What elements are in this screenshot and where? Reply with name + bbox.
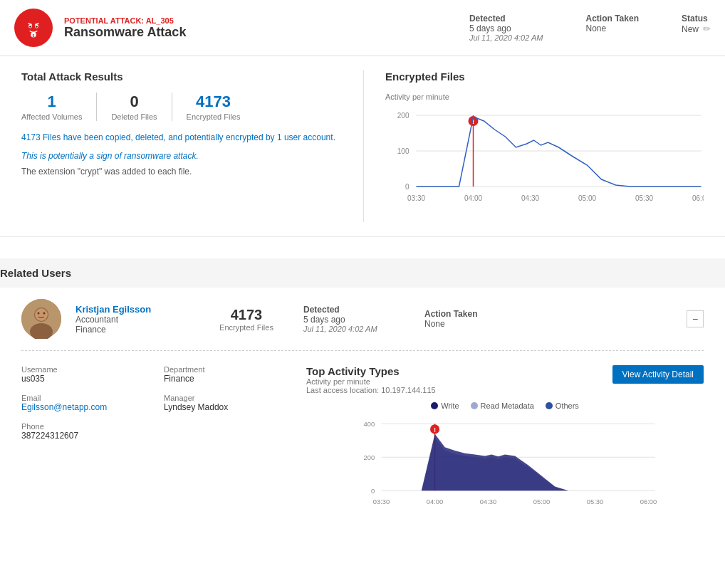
svg-text:06:00: 06:00 [640, 498, 657, 505]
deleted-files-stat: 0 Deleted Files [97, 93, 171, 121]
legend-write-label: Write [441, 401, 459, 410]
user-detail-col2: Department Finance Manager Lyndsey Maddo… [164, 365, 306, 524]
encrypted-files-chart-area: 200 100 0 03:30 04:00 04:30 05:00 05:30 … [385, 108, 704, 222]
email-label: Email [21, 394, 142, 402]
status-row: New ✏ [682, 23, 711, 34]
username-value: us035 [21, 374, 142, 384]
action-block: Action Taken None [586, 14, 639, 33]
detected-label: Detected [469, 14, 543, 23]
user-detail-panel: Username us035 Email Egilsson@netapp.com… [21, 351, 704, 538]
legend-read-label: Read Metadata [481, 401, 534, 410]
svg-text:0: 0 [371, 488, 375, 495]
user-action-label: Action Taken [424, 309, 531, 319]
activity-title-block: Top Activity Types Activity per minute L… [306, 365, 436, 394]
user-detected-date: Jul 11, 2020 4:02 AM [303, 325, 410, 333]
svg-text:03:30: 03:30 [407, 194, 425, 202]
edit-status-icon[interactable]: ✏ [703, 23, 711, 34]
user-detected-time: 5 days ago [303, 315, 410, 325]
affected-volumes-number: 1 [21, 93, 82, 111]
username-label: Username [21, 365, 142, 374]
attack-results-title: Total Attack Results [21, 70, 349, 83]
svg-text:05:30: 05:30 [587, 498, 603, 505]
header-meta: Detected 5 days ago Jul 11, 2020 4:02 AM… [469, 14, 711, 42]
stats-row: 1 Affected Volumes 0 Deleted Files 4173 … [21, 93, 349, 121]
status-value: New [682, 24, 699, 34]
user-detected-label: Detected [303, 305, 410, 315]
email-field: Email Egilsson@netapp.com [21, 394, 142, 412]
user-info: Kristjan Egilsson Accountant Finance [75, 304, 189, 335]
deleted-files-label: Deleted Files [111, 112, 157, 121]
svg-text:04:30: 04:30 [521, 194, 539, 202]
svg-text:04:30: 04:30 [480, 498, 496, 505]
phone-value: 387224312607 [21, 431, 142, 441]
legend-others-label: Others [556, 401, 579, 410]
user-action-block: Action Taken None [424, 309, 531, 329]
svg-point-27 [35, 308, 48, 321]
user-role: Accountant [75, 315, 189, 325]
user-action-value: None [424, 319, 531, 329]
manager-field: Manager Lyndsey Maddox [164, 394, 285, 412]
phone-field: Phone 387224312607 [21, 422, 142, 441]
svg-text:200: 200 [364, 454, 375, 461]
status-block: Status New ✏ [682, 14, 711, 34]
department-value: Finance [164, 374, 285, 384]
section-divider [0, 236, 725, 237]
attack-note: This is potentially a sign of ransomware… [21, 151, 349, 161]
main-content: Total Attack Results 1 Affected Volumes … [0, 56, 725, 258]
activity-chart-section: Top Activity Types Activity per minute L… [306, 365, 704, 524]
view-activity-button[interactable]: View Activity Detail [612, 365, 704, 384]
user-collapse-control: − [687, 310, 704, 327]
svg-text:06:00: 06:00 [692, 194, 704, 202]
legend-read-dot [471, 402, 478, 409]
affected-volumes-stat: 1 Affected Volumes [21, 93, 96, 121]
department-label: Department [164, 365, 285, 374]
svg-marker-46 [382, 434, 649, 490]
user-detected-block: Detected 5 days ago Jul 11, 2020 4:02 AM [303, 305, 410, 333]
username-field: Username us035 [21, 365, 142, 384]
attack-right: Encrypted Files Activity per minute 200 … [363, 70, 704, 222]
user-name[interactable]: Kristjan Egilsson [75, 304, 189, 315]
svg-text:200: 200 [397, 112, 410, 120]
department-field: Department Finance [164, 365, 285, 384]
collapse-button[interactable]: − [687, 310, 704, 327]
activity-location: Last access location: 10.197.144.115 [306, 386, 436, 394]
detected-date: Jul 11, 2020 4:02 AM [469, 33, 543, 42]
attack-icon: $ [14, 9, 53, 47]
phone-label: Phone [21, 422, 142, 431]
svg-text:$: $ [33, 33, 35, 38]
user-row: Kristjan Egilsson Accountant Finance 417… [21, 288, 704, 351]
detected-block: Detected 5 days ago Jul 11, 2020 4:02 AM [469, 14, 543, 42]
action-label: Action Taken [586, 14, 639, 23]
svg-text:04:00: 04:00 [427, 498, 443, 505]
legend-write: Write [431, 401, 459, 410]
encrypted-files-stat: 4173 Encrypted Files [172, 93, 255, 121]
user-files-label: Encrypted Files [204, 323, 289, 332]
svg-text:400: 400 [364, 421, 375, 428]
chart-legend: Write Read Metadata Others [306, 401, 704, 410]
header: $ POTENTIAL ATTACK: AL_305 Ransomware At… [0, 0, 725, 56]
activity-subtitle: Activity per minute [306, 377, 436, 386]
status-label: Status [682, 14, 711, 23]
user-detail-col1: Username us035 Email Egilsson@netapp.com… [21, 365, 164, 524]
related-users-title: Related Users [0, 267, 725, 279]
svg-text:05:00: 05:00 [533, 498, 550, 505]
action-value: None [586, 23, 639, 33]
detected-time: 5 days ago [469, 23, 543, 33]
attack-extension-note: The extension "crypt" was added to each … [21, 167, 349, 177]
svg-text:05:00: 05:00 [578, 194, 596, 202]
svg-point-29 [43, 313, 46, 315]
encrypted-files-label: Encrypted Files [187, 112, 241, 121]
attack-description: 4173 Files have been copied, deleted, an… [21, 131, 349, 144]
attack-left: Total Attack Results 1 Affected Volumes … [21, 70, 363, 222]
attack-section: Total Attack Results 1 Affected Volumes … [21, 70, 704, 222]
legend-others: Others [546, 401, 579, 410]
legend-write-dot [431, 402, 438, 409]
svg-text:!: ! [434, 426, 436, 434]
svg-text:03:30: 03:30 [373, 498, 390, 505]
svg-text:05:30: 05:30 [635, 194, 653, 202]
attack-title-block: POTENTIAL ATTACK: AL_305 Ransomware Atta… [64, 16, 469, 40]
email-value[interactable]: Egilsson@netapp.com [21, 402, 142, 412]
svg-text:100: 100 [397, 147, 410, 155]
attack-name: Ransomware Attack [64, 25, 469, 40]
user-avatar [21, 299, 61, 339]
